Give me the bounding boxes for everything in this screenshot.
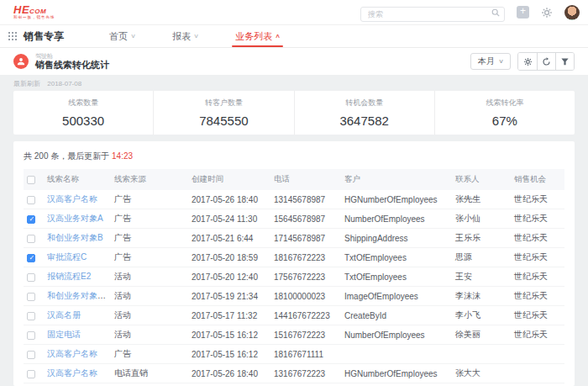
row-checkbox[interactable] [27, 235, 35, 243]
lead-name-link[interactable]: 汉高客户名称 [47, 349, 97, 358]
chevron-down-icon: ∨ [130, 33, 136, 40]
cell-created: 2017-05-21 6:44 [188, 229, 270, 248]
col-contact: 联系人 [452, 169, 511, 190]
table-row: 和创业务对象E32 活动 2017-05-19 21:34 1810000002… [24, 287, 564, 306]
cell-source: 广告 [111, 345, 188, 364]
table-header-row: 线索名称 线索来源 创建时间 电话 客户 联系人 销售机会 [24, 169, 564, 190]
cell-contact: 李小飞 [452, 306, 511, 325]
cell-contact: 王乐乐 [452, 229, 511, 248]
chevron-down-icon: ∨ [498, 58, 504, 65]
stat-conversion-rate: 线索转化率 67% [434, 91, 575, 135]
row-checkbox[interactable] [27, 351, 35, 359]
chevron-down-icon: ∨ [193, 33, 199, 40]
row-checkbox[interactable] [27, 254, 35, 262]
app-window: HECOM 和创一族，销售先锋 + [0, 0, 588, 386]
add-button[interactable]: + [517, 6, 529, 19]
tab-home[interactable]: 首页 ∨ [109, 25, 135, 47]
select-all-checkbox[interactable] [27, 176, 35, 184]
lead-name-link[interactable]: 汉高业务对象A [47, 214, 103, 223]
stat-converted-opportunities: 转机会数量 3647582 [294, 91, 434, 135]
tab-reports[interactable]: 报表 ∨ [172, 25, 198, 47]
cell-opportunity: 世纪乐天 [511, 229, 564, 248]
row-checkbox[interactable] [27, 293, 35, 301]
user-avatar[interactable] [564, 5, 580, 20]
row-checkbox[interactable] [27, 370, 35, 378]
table-row: 汉高客户名称 电话直销 2017-05-26 18:40 13167672223… [24, 364, 564, 383]
table-body: 汉高客户名称 广告 2017-05-26 18:40 13145678987 H… [24, 190, 564, 383]
cell-opportunity: 世纪乐天 [511, 248, 564, 267]
report-badge-icon [13, 54, 29, 69]
cell-created: 2017-05-15 16:12 [188, 325, 270, 345]
table-row: 审批流程C 广告 2017-05-20 18:59 18167672223 Tx… [24, 248, 564, 267]
cell-customer: ImageOfEmployees [341, 287, 452, 306]
cell-created: 2017-05-19 21:34 [188, 287, 270, 306]
cell-phone: 15645678987 [270, 209, 341, 229]
page-title: 销售线索转化统计 [35, 60, 109, 70]
cell-created: 2017-05-20 18:59 [188, 248, 270, 267]
cell-created: 2017-05-17 11:32 [188, 306, 270, 325]
lead-name-link[interactable]: 审批流程C [47, 252, 87, 262]
cell-contact: 徐美丽 [452, 325, 511, 345]
cell-source: 广告 [111, 190, 188, 209]
last-updated-time: 14:23 [112, 151, 133, 161]
period-select[interactable]: 本月 ∨ [470, 53, 511, 70]
col-lead-source: 线索来源 [111, 169, 188, 190]
report-toolbar [517, 52, 575, 71]
lead-name-link[interactable]: 汉高客户名称 [47, 194, 97, 204]
cell-phone: 18167671111 [270, 345, 341, 364]
cell-source: 广告 [111, 229, 188, 248]
cell-opportunity: 世纪乐天 [511, 287, 564, 306]
filter-icon-button[interactable] [555, 53, 574, 70]
settings-gear-icon[interactable] [541, 7, 553, 19]
search-icon [491, 8, 500, 17]
cell-customer [341, 345, 452, 364]
lead-name-link[interactable]: 和创业务对象E32 [47, 291, 111, 300]
refresh-info: 最新刷新 2018-07-08 [0, 75, 588, 91]
row-checkbox[interactable] [27, 312, 35, 320]
row-checkbox[interactable] [27, 331, 35, 340]
cell-opportunity: 世纪乐天 [511, 325, 564, 345]
cell-contact [452, 345, 511, 364]
lead-name-link[interactable]: 汉高客户名称 [47, 368, 97, 378]
cell-contact: 张小仙 [452, 209, 511, 229]
lead-name-link[interactable]: 报销流程E2 [47, 272, 91, 281]
chevron-up-icon: ∧ [275, 33, 281, 40]
cell-phone: 13167672223 [270, 364, 341, 383]
cell-opportunity [511, 345, 564, 364]
cell-opportunity: 世纪乐天 [511, 209, 564, 229]
apps-grid-icon[interactable] [8, 32, 17, 40]
cell-contact: 李沫沫 [452, 287, 511, 306]
nav-tabs: 首页 ∨ 报表 ∨ 业务列表 ∧ [91, 25, 298, 47]
cell-source: 广告 [111, 248, 188, 267]
cell-customer: TxtOfEmployees [341, 248, 452, 267]
cell-contact: 王安 [452, 267, 511, 287]
lead-name-link[interactable]: 固定电话 [47, 330, 81, 339]
cell-customer: CreateById [341, 306, 452, 325]
tab-business-list[interactable]: 业务列表 ∧ [235, 25, 280, 47]
cell-opportunity [511, 364, 564, 383]
table-row: 汉高客户名称 广告 2017-05-26 18:40 13145678987 H… [24, 190, 564, 209]
workspace-title: 销售专享 [24, 29, 64, 44]
col-lead-name: 线索名称 [44, 169, 111, 190]
table-row: 固定电话 活动 2017-05-15 16:12 15167672223 Num… [24, 325, 564, 345]
cell-contact: 思源 [452, 248, 511, 267]
table-row: 报销流程E2 活动 2017-05-20 12:40 17567672223 T… [24, 267, 564, 287]
settings-icon-button[interactable] [518, 53, 537, 70]
cell-phone: 18100000023 [270, 287, 341, 306]
cell-customer: ShippingAddress [341, 229, 452, 248]
refresh-date: 2018-07-08 [47, 80, 81, 87]
refresh-icon-button[interactable] [537, 53, 555, 70]
row-checkbox[interactable] [27, 196, 35, 204]
cell-source: 活动 [111, 325, 188, 345]
row-checkbox[interactable] [27, 273, 35, 282]
cell-phone: 144167672223 [270, 306, 341, 325]
cell-customer: TxtOfEmployees [341, 267, 452, 287]
lead-name-link[interactable]: 和创业务对象B [47, 233, 103, 242]
search-input[interactable] [360, 7, 505, 22]
cell-phone: 13145678987 [270, 190, 341, 209]
logo-sub-text: COM [29, 8, 46, 15]
lead-name-link[interactable]: 汉高名册 [47, 310, 81, 320]
cell-customer: HGNumberOfEmployees [341, 190, 452, 209]
cell-contact: 张大大 [452, 364, 511, 383]
row-checkbox[interactable] [27, 215, 35, 224]
